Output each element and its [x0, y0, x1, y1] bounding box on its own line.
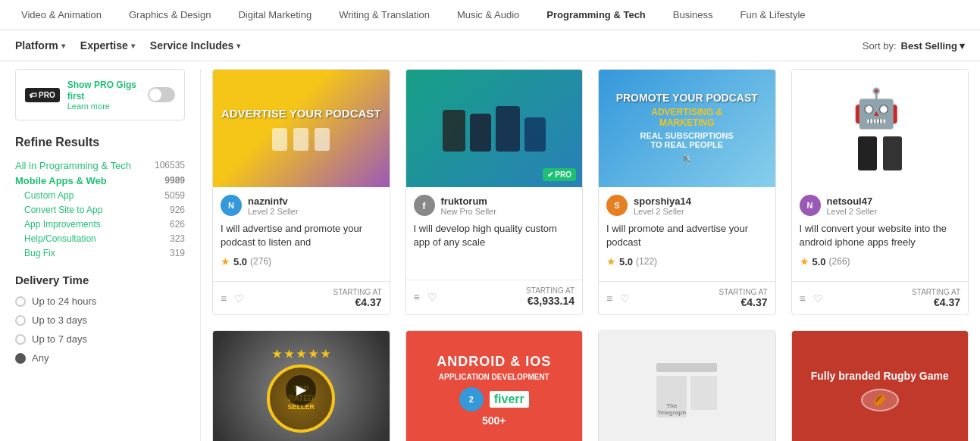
seller-info-1: N nazninfv Level 2 Seller [221, 195, 382, 216]
heart-icon-3[interactable]: ♡ [620, 292, 630, 305]
delivery-7days[interactable]: Up to 7 days [15, 333, 185, 345]
nav-music-audio[interactable]: Music & Audio [443, 0, 533, 30]
gig-content: ADVERTISE YOUR PODCAST N nazninfv Le [201, 69, 980, 441]
pro-badge: 🏷 PRO [25, 88, 60, 102]
delivery-time-section: Delivery Time Up to 24 hours Up to 3 day… [15, 274, 185, 364]
refine-mobile-apps[interactable]: Mobile Apps & Web 9989 [15, 175, 185, 186]
gig-thumb-4: 🤖 [792, 70, 969, 187]
nav-video-animation[interactable]: Video & Animation [8, 0, 115, 30]
rating-count-3: (122) [636, 256, 657, 267]
learn-more-link[interactable]: Learn more [67, 102, 140, 111]
gig-footer-2: ≡ ♡ STARTING AT €3,933.14 [406, 280, 583, 313]
nav-business[interactable]: Business [659, 0, 727, 30]
service-includes-filter[interactable]: Service Includes ▾ [150, 39, 241, 52]
gig-footer-1: ≡ ♡ STARTING AT €4.37 [213, 281, 390, 314]
seller-level-4: Level 2 Seller [827, 207, 878, 216]
gig-thumb-3: PROMOTE YOUR PODCAST ADVERTISING & MARKE… [599, 70, 775, 187]
gig-card-1[interactable]: ADVERTISE YOUR PODCAST N nazninfv Le [212, 69, 390, 315]
refine-bug-fix[interactable]: Bug Fix 319 [15, 248, 185, 258]
gig-card-6[interactable]: ANDROID & IOS APPLICATION DEVELOPMENT 2 … [405, 330, 584, 441]
gig-actions-3: ≡ ♡ [606, 292, 630, 305]
seller-name-3: sporshiya14 [634, 195, 691, 207]
seller-details-3: sporshiya14 Level 2 Seller [634, 195, 691, 216]
seller-level-2: New Pro Seller [441, 207, 496, 216]
nav-writing-translation[interactable]: Writing & Translation [325, 0, 443, 30]
gig-title-3: I will promote and advertise your podcas… [606, 222, 768, 249]
sidebar: 🏷 PRO Show PRO Gigs first Learn more Ref… [0, 69, 201, 441]
seller-details-4: netsoul47 Level 2 Seller [827, 195, 878, 216]
nav-digital-marketing[interactable]: Digital Marketing [224, 0, 325, 30]
refine-help-consultation[interactable]: Help/Consultation 323 [15, 233, 185, 244]
delivery-24h[interactable]: Up to 24 hours [15, 296, 185, 307]
nav-fun-lifestyle[interactable]: Fun & Lifestyle [727, 0, 819, 30]
gig-body-3: S sporshiya14 Level 2 Seller I will prom… [599, 187, 775, 281]
heart-icon-2[interactable]: ♡ [427, 291, 437, 303]
refine-section: Refine Results All in Programming & Tech… [15, 136, 185, 258]
level2-badge-6: 2 [459, 387, 484, 411]
gig-card-2[interactable]: ✔ PRO f fruktorum New Pro Seller I will … [405, 69, 584, 315]
gig-actions-4: ≡ ♡ [800, 292, 823, 305]
refine-app-improvements[interactable]: App Improvements 626 [15, 219, 185, 230]
gig-body-2: f fruktorum New Pro Seller I will develo… [406, 187, 583, 280]
compare-icon-1[interactable]: ≡ [221, 292, 227, 305]
gig-card-7[interactable]: The Telegraph ≡ ♡ [598, 330, 776, 441]
compare-icon-4[interactable]: ≡ [800, 292, 806, 305]
delivery-3days[interactable]: Up to 3 days [15, 314, 185, 326]
heart-icon-4[interactable]: ♡ [813, 292, 823, 305]
seller-info-2: f fruktorum New Pro Seller [414, 195, 575, 216]
gig-thumb-7: The Telegraph [599, 331, 775, 441]
pro-toggle-text: Show PRO Gigs first Learn more [67, 79, 140, 111]
radio-7days-icon [15, 334, 26, 345]
refine-all-programming[interactable]: All in Programming & Tech 106535 [15, 160, 185, 171]
checkmark-icon-2: ✔ [547, 170, 553, 179]
heart-icon-1[interactable]: ♡ [234, 292, 244, 305]
gig-card-5[interactable]: ▶ ★ ★ ★ ★ ★ TOP RATED SELLER [212, 330, 390, 441]
gig-card-8[interactable]: Fully branded Rugby Game 🏉 ≡ ♡ [791, 330, 969, 441]
service-chevron-icon: ▾ [236, 42, 240, 50]
starting-at-1: STARTING AT [333, 288, 382, 296]
gig-footer-3: ≡ ♡ STARTING AT €4.37 [599, 281, 775, 314]
stars-row-5: ★ ★ ★ ★ ★ [272, 348, 330, 360]
gig-body-1: N nazninfv Level 2 Seller I will adverti… [213, 187, 390, 281]
radio-any-icon [15, 353, 26, 364]
seller-details-2: fruktorum New Pro Seller [441, 195, 496, 216]
rugby-title: Fully branded Rugby Game [811, 369, 949, 383]
refine-convert-site[interactable]: Convert Site to App 926 [15, 205, 185, 215]
pro-toggle-box: 🏷 PRO Show PRO Gigs first Learn more [15, 69, 185, 120]
seller-info-3: S sporshiya14 Level 2 Seller [606, 195, 768, 216]
nav-programming-tech[interactable]: Programming & Tech [533, 0, 659, 30]
pro-toggle-switch[interactable] [148, 87, 175, 102]
gig-no-rating-2 [414, 255, 575, 272]
gig-price-3: STARTING AT €4.37 [719, 288, 768, 308]
refine-custom-app[interactable]: Custom App 5059 [15, 190, 185, 201]
main-layout: 🏷 PRO Show PRO Gigs first Learn more Ref… [0, 61, 980, 441]
expertise-filter[interactable]: Expertise ▾ [80, 39, 135, 52]
star-icon-1: ★ [221, 255, 230, 267]
gig-thumb-8: Fully branded Rugby Game 🏉 [792, 331, 969, 441]
gig-price-1: STARTING AT €4.37 [333, 288, 382, 308]
platform-filter[interactable]: Platform ▾ [15, 39, 65, 52]
star-icon-3: ★ [606, 255, 616, 267]
thumb-1-text: ADVERTISE YOUR PODCAST [221, 106, 381, 121]
nav-graphics-design[interactable]: Graphics & Design [115, 0, 224, 30]
rating-count-1: (276) [250, 256, 271, 267]
star-icon-4: ★ [800, 255, 809, 267]
promote-title: PROMOTE YOUR PODCAST [616, 92, 758, 104]
promote-desc: REAL SUBSCRIPTIONS [640, 131, 734, 140]
gig-card-3[interactable]: PROMOTE YOUR PODCAST ADVERTISING & MARKE… [598, 69, 776, 315]
compare-icon-2[interactable]: ≡ [414, 291, 420, 303]
starting-at-3: STARTING AT [719, 288, 768, 296]
sort-by-value[interactable]: Best Selling ▾ [901, 40, 965, 52]
seller-info-4: N netsoul47 Level 2 Seller [800, 195, 961, 216]
gig-card-4[interactable]: 🤖 N netsoul47 Level 2 Seller [791, 69, 969, 315]
pro-show-text: Show PRO Gigs first [67, 80, 136, 102]
gig-title-1: I will advertise and promote your podcas… [221, 222, 382, 249]
rating-num-4: 5.0 [812, 256, 826, 267]
android-ios-subtitle: APPLICATION DEVELOPMENT [439, 373, 549, 381]
sort-by-section: Sort by: Best Selling ▾ [863, 40, 965, 52]
gig-grid: ADVERTISE YOUR PODCAST N nazninfv Le [212, 69, 969, 441]
delivery-any[interactable]: Any [15, 352, 185, 364]
sort-chevron-icon: ▾ [960, 40, 965, 52]
level2-fiverr: 2 fiverr [459, 387, 529, 411]
compare-icon-3[interactable]: ≡ [606, 292, 612, 305]
